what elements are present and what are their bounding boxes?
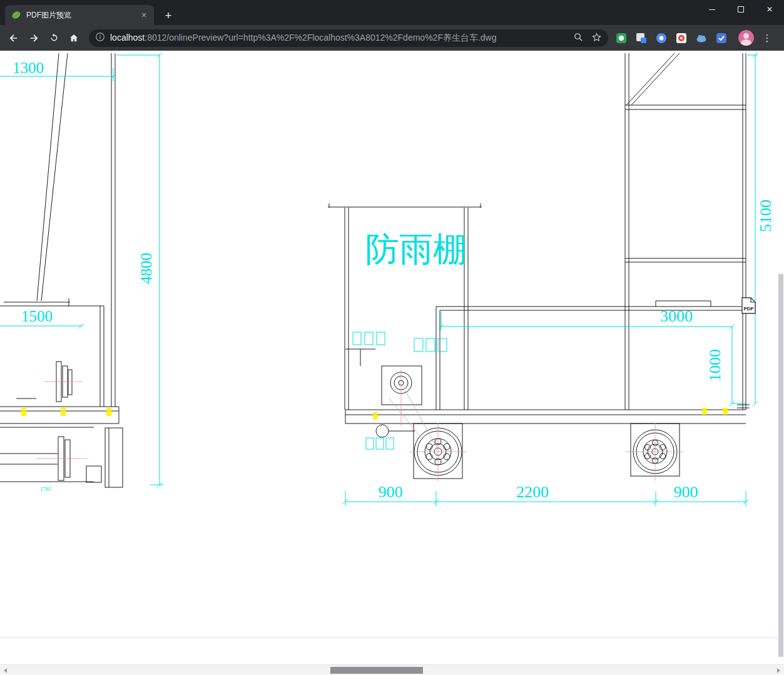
- browser-toolbar: localhost:8012/onlinePreview?url=http%3A…: [0, 25, 784, 51]
- minimize-icon: [709, 9, 715, 10]
- url-path: :8012/onlinePreview?url=http%3A%2F%2Floc…: [145, 33, 496, 43]
- maximize-button[interactable]: [726, 0, 755, 19]
- url-host: localhost: [110, 33, 145, 43]
- pdf-page-separator: [0, 637, 784, 638]
- maximize-icon: [738, 6, 744, 13]
- tab-close-icon[interactable]: ✕: [139, 10, 149, 20]
- page-info-icon[interactable]: [95, 32, 105, 44]
- horizontal-scrollbar[interactable]: [0, 664, 784, 675]
- home-button[interactable]: [64, 28, 84, 48]
- canopy-label: 防雨棚: [365, 231, 467, 268]
- zoom-indicator-icon[interactable]: [573, 32, 584, 44]
- profile-avatar[interactable]: [738, 30, 754, 46]
- extensions-row: [616, 33, 727, 44]
- window-title-bar: PDF图片预览 ✕ + ✕: [0, 0, 784, 25]
- extension-icon-6[interactable]: [716, 33, 727, 44]
- minimize-button[interactable]: [698, 0, 726, 19]
- dim-label-900-right: 900: [674, 483, 698, 501]
- dim-label-1000: 1000: [706, 349, 724, 382]
- pdf-file-icon[interactable]: PDF: [741, 297, 756, 314]
- home-icon: [68, 33, 79, 44]
- translate-extension-icon[interactable]: [636, 33, 647, 44]
- url-text: localhost:8012/onlinePreview?url=http%3A…: [110, 33, 566, 44]
- dim-label-5100: 5100: [756, 200, 775, 232]
- spring-leaf-favicon: [11, 10, 21, 20]
- extension-icon-3[interactable]: [656, 33, 667, 44]
- dim-label-900-left: 900: [379, 483, 403, 501]
- avatar-body-shape: [741, 39, 751, 46]
- scroll-left-arrow-icon[interactable]: [4, 668, 7, 673]
- dim-label-1500: 1500: [21, 308, 53, 325]
- tab-title: PDF图片预览: [26, 10, 139, 21]
- dim-label-4800: 4800: [138, 253, 155, 284]
- dim-label-1300: 1300: [13, 59, 44, 76]
- back-button[interactable]: [4, 28, 24, 48]
- browser-menu-icon[interactable]: ⋮: [761, 33, 773, 44]
- extension-icon-1[interactable]: [616, 33, 627, 44]
- back-icon: [8, 33, 19, 44]
- pdf-badge-text: PDF: [744, 306, 754, 312]
- centerlines: [36, 370, 684, 481]
- cloud-extension-icon[interactable]: [696, 33, 707, 44]
- forward-button[interactable]: [24, 28, 44, 48]
- dim-label-2200: 2200: [516, 483, 549, 501]
- extension-icon-4[interactable]: [676, 33, 687, 44]
- dimensions: 1300 4800 1500 1785 防雨棚: [0, 53, 775, 506]
- left-view: [0, 53, 123, 487]
- horizontal-scrollbar-thumb[interactable]: [330, 667, 423, 674]
- side-view: [436, 53, 750, 410]
- reload-icon: [49, 33, 59, 43]
- close-button[interactable]: ✕: [755, 0, 784, 19]
- address-bar[interactable]: localhost:8012/onlinePreview?url=http%3A…: [89, 29, 608, 47]
- scroll-right-arrow-icon[interactable]: [777, 668, 780, 673]
- browser-tab[interactable]: PDF图片预览 ✕: [5, 5, 154, 25]
- dim-label-small: 1785: [40, 486, 52, 492]
- dim-label-3000: 3000: [660, 307, 693, 325]
- bookmark-star-icon[interactable]: [591, 32, 602, 44]
- avatar-head-shape: [743, 33, 749, 39]
- dwg-canvas: 1300 4800 1500 1785 防雨棚: [0, 51, 784, 664]
- dwg-preview-page: 1300 4800 1500 1785 防雨棚: [0, 51, 784, 664]
- reload-button[interactable]: [44, 28, 64, 48]
- vertical-scrollbar-thumb[interactable]: [778, 274, 783, 657]
- window-controls: ✕: [698, 0, 784, 19]
- forward-icon: [28, 33, 39, 44]
- new-tab-button[interactable]: +: [161, 8, 176, 23]
